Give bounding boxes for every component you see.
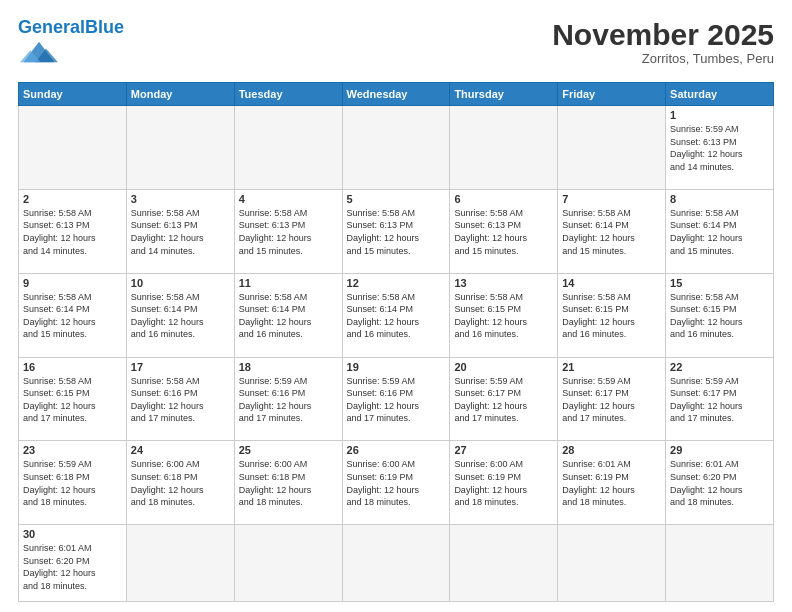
table-row: 4Sunrise: 5:58 AM Sunset: 6:13 PM Daylig… xyxy=(234,189,342,273)
day-info: Sunrise: 5:59 AM Sunset: 6:16 PM Dayligh… xyxy=(347,375,446,425)
day-number: 24 xyxy=(131,444,230,456)
table-row xyxy=(234,525,342,602)
header: GeneralBlue November 2025 Zorritos, Tumb… xyxy=(18,18,774,72)
day-number: 27 xyxy=(454,444,553,456)
col-wednesday: Wednesday xyxy=(342,83,450,106)
table-row: 18Sunrise: 5:59 AM Sunset: 6:16 PM Dayli… xyxy=(234,357,342,441)
day-number: 18 xyxy=(239,361,338,373)
table-row: 19Sunrise: 5:59 AM Sunset: 6:16 PM Dayli… xyxy=(342,357,450,441)
logo-blue: Blue xyxy=(85,17,124,37)
day-info: Sunrise: 5:58 AM Sunset: 6:15 PM Dayligh… xyxy=(454,291,553,341)
day-info: Sunrise: 5:58 AM Sunset: 6:13 PM Dayligh… xyxy=(23,207,122,257)
day-info: Sunrise: 5:58 AM Sunset: 6:14 PM Dayligh… xyxy=(131,291,230,341)
day-info: Sunrise: 6:00 AM Sunset: 6:18 PM Dayligh… xyxy=(131,458,230,508)
day-info: Sunrise: 5:59 AM Sunset: 6:17 PM Dayligh… xyxy=(562,375,661,425)
table-row: 24Sunrise: 6:00 AM Sunset: 6:18 PM Dayli… xyxy=(126,441,234,525)
day-number: 6 xyxy=(454,193,553,205)
table-row: 26Sunrise: 6:00 AM Sunset: 6:19 PM Dayli… xyxy=(342,441,450,525)
day-info: Sunrise: 6:01 AM Sunset: 6:19 PM Dayligh… xyxy=(562,458,661,508)
day-number: 13 xyxy=(454,277,553,289)
day-info: Sunrise: 5:58 AM Sunset: 6:13 PM Dayligh… xyxy=(131,207,230,257)
logo: GeneralBlue xyxy=(18,18,124,72)
calendar-week-row: 9Sunrise: 5:58 AM Sunset: 6:14 PM Daylig… xyxy=(19,273,774,357)
day-info: Sunrise: 5:58 AM Sunset: 6:13 PM Dayligh… xyxy=(239,207,338,257)
table-row: 7Sunrise: 5:58 AM Sunset: 6:14 PM Daylig… xyxy=(558,189,666,273)
day-info: Sunrise: 6:01 AM Sunset: 6:20 PM Dayligh… xyxy=(670,458,769,508)
table-row: 21Sunrise: 5:59 AM Sunset: 6:17 PM Dayli… xyxy=(558,357,666,441)
table-row xyxy=(234,106,342,190)
day-number: 4 xyxy=(239,193,338,205)
day-info: Sunrise: 5:59 AM Sunset: 6:17 PM Dayligh… xyxy=(454,375,553,425)
day-info: Sunrise: 5:58 AM Sunset: 6:14 PM Dayligh… xyxy=(239,291,338,341)
title-block: November 2025 Zorritos, Tumbes, Peru xyxy=(552,18,774,66)
day-number: 11 xyxy=(239,277,338,289)
day-info: Sunrise: 5:58 AM Sunset: 6:13 PM Dayligh… xyxy=(347,207,446,257)
calendar-week-row: 2Sunrise: 5:58 AM Sunset: 6:13 PM Daylig… xyxy=(19,189,774,273)
day-number: 1 xyxy=(670,109,769,121)
month-title: November 2025 xyxy=(552,18,774,51)
table-row: 3Sunrise: 5:58 AM Sunset: 6:13 PM Daylig… xyxy=(126,189,234,273)
day-number: 8 xyxy=(670,193,769,205)
day-number: 2 xyxy=(23,193,122,205)
day-number: 21 xyxy=(562,361,661,373)
table-row: 23Sunrise: 5:59 AM Sunset: 6:18 PM Dayli… xyxy=(19,441,127,525)
day-number: 14 xyxy=(562,277,661,289)
day-number: 12 xyxy=(347,277,446,289)
day-number: 20 xyxy=(454,361,553,373)
day-info: Sunrise: 5:58 AM Sunset: 6:15 PM Dayligh… xyxy=(670,291,769,341)
day-number: 7 xyxy=(562,193,661,205)
table-row xyxy=(558,525,666,602)
day-number: 15 xyxy=(670,277,769,289)
day-info: Sunrise: 5:58 AM Sunset: 6:14 PM Dayligh… xyxy=(670,207,769,257)
table-row xyxy=(666,525,774,602)
location-subtitle: Zorritos, Tumbes, Peru xyxy=(552,51,774,66)
day-number: 19 xyxy=(347,361,446,373)
table-row xyxy=(450,525,558,602)
table-row xyxy=(342,106,450,190)
day-number: 28 xyxy=(562,444,661,456)
table-row: 27Sunrise: 6:00 AM Sunset: 6:19 PM Dayli… xyxy=(450,441,558,525)
day-info: Sunrise: 5:59 AM Sunset: 6:18 PM Dayligh… xyxy=(23,458,122,508)
day-info: Sunrise: 5:58 AM Sunset: 6:13 PM Dayligh… xyxy=(454,207,553,257)
day-number: 23 xyxy=(23,444,122,456)
calendar-header-row: Sunday Monday Tuesday Wednesday Thursday… xyxy=(19,83,774,106)
day-info: Sunrise: 5:58 AM Sunset: 6:16 PM Dayligh… xyxy=(131,375,230,425)
day-info: Sunrise: 5:58 AM Sunset: 6:15 PM Dayligh… xyxy=(23,375,122,425)
day-number: 30 xyxy=(23,528,122,540)
table-row: 28Sunrise: 6:01 AM Sunset: 6:19 PM Dayli… xyxy=(558,441,666,525)
table-row xyxy=(126,106,234,190)
table-row xyxy=(126,525,234,602)
table-row: 20Sunrise: 5:59 AM Sunset: 6:17 PM Dayli… xyxy=(450,357,558,441)
col-friday: Friday xyxy=(558,83,666,106)
page: GeneralBlue November 2025 Zorritos, Tumb… xyxy=(0,0,792,612)
calendar-week-row: 16Sunrise: 5:58 AM Sunset: 6:15 PM Dayli… xyxy=(19,357,774,441)
col-saturday: Saturday xyxy=(666,83,774,106)
day-info: Sunrise: 6:00 AM Sunset: 6:18 PM Dayligh… xyxy=(239,458,338,508)
day-number: 26 xyxy=(347,444,446,456)
calendar-week-row: 23Sunrise: 5:59 AM Sunset: 6:18 PM Dayli… xyxy=(19,441,774,525)
col-monday: Monday xyxy=(126,83,234,106)
table-row: 2Sunrise: 5:58 AM Sunset: 6:13 PM Daylig… xyxy=(19,189,127,273)
logo-general: General xyxy=(18,17,85,37)
day-number: 3 xyxy=(131,193,230,205)
table-row: 9Sunrise: 5:58 AM Sunset: 6:14 PM Daylig… xyxy=(19,273,127,357)
day-info: Sunrise: 6:01 AM Sunset: 6:20 PM Dayligh… xyxy=(23,542,122,592)
day-number: 22 xyxy=(670,361,769,373)
day-info: Sunrise: 5:58 AM Sunset: 6:14 PM Dayligh… xyxy=(347,291,446,341)
table-row: 22Sunrise: 5:59 AM Sunset: 6:17 PM Dayli… xyxy=(666,357,774,441)
day-number: 17 xyxy=(131,361,230,373)
table-row: 14Sunrise: 5:58 AM Sunset: 6:15 PM Dayli… xyxy=(558,273,666,357)
calendar-table: Sunday Monday Tuesday Wednesday Thursday… xyxy=(18,82,774,602)
table-row: 16Sunrise: 5:58 AM Sunset: 6:15 PM Dayli… xyxy=(19,357,127,441)
table-row xyxy=(342,525,450,602)
day-info: Sunrise: 5:58 AM Sunset: 6:15 PM Dayligh… xyxy=(562,291,661,341)
col-sunday: Sunday xyxy=(19,83,127,106)
logo-icon xyxy=(20,36,58,68)
day-number: 9 xyxy=(23,277,122,289)
table-row: 17Sunrise: 5:58 AM Sunset: 6:16 PM Dayli… xyxy=(126,357,234,441)
day-number: 16 xyxy=(23,361,122,373)
table-row: 8Sunrise: 5:58 AM Sunset: 6:14 PM Daylig… xyxy=(666,189,774,273)
calendar-week-row: 1Sunrise: 5:59 AM Sunset: 6:13 PM Daylig… xyxy=(19,106,774,190)
table-row xyxy=(558,106,666,190)
day-number: 25 xyxy=(239,444,338,456)
